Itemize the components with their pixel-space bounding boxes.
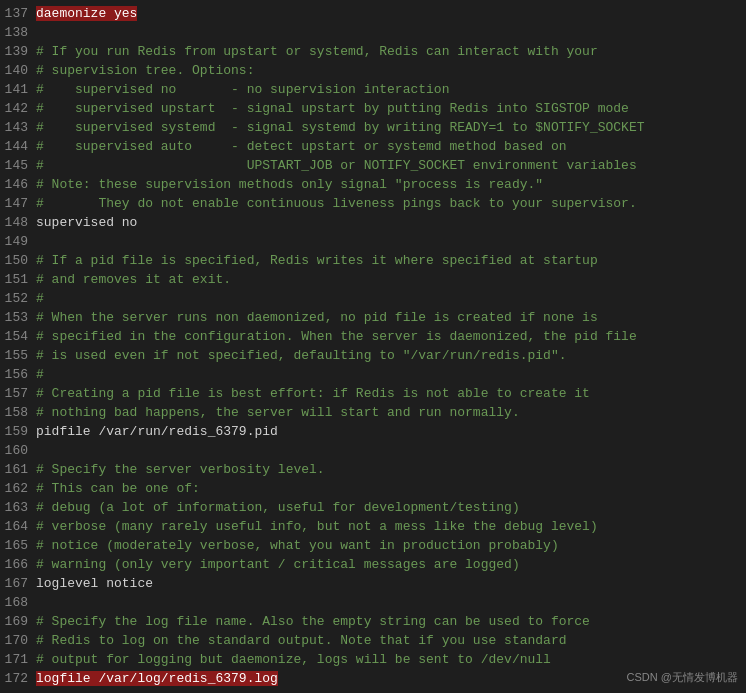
- line-content: # nothing bad happens, the server will s…: [36, 403, 746, 422]
- line-content: # is used even if not specified, default…: [36, 346, 746, 365]
- line-number: 146: [0, 175, 36, 194]
- line-content: #: [36, 289, 746, 308]
- line-number: 170: [0, 631, 36, 650]
- table-row: 159pidfile /var/run/redis_6379.pid: [0, 422, 746, 441]
- line-content: # Specify the server verbosity level.: [36, 460, 746, 479]
- table-row: 161# Specify the server verbosity level.: [0, 460, 746, 479]
- line-content: # specified in the configuration. When t…: [36, 327, 746, 346]
- line-number: 142: [0, 99, 36, 118]
- line-number: 162: [0, 479, 36, 498]
- line-number: 141: [0, 80, 36, 99]
- table-row: 142# supervised upstart - signal upstart…: [0, 99, 746, 118]
- line-content: loglevel notice: [36, 574, 746, 593]
- line-content: # UPSTART_JOB or NOTIFY_SOCKET environme…: [36, 156, 746, 175]
- table-row: 170# Redis to log on the standard output…: [0, 631, 746, 650]
- line-content: # If a pid file is specified, Redis writ…: [36, 251, 746, 270]
- line-number: 166: [0, 555, 36, 574]
- table-row: 162# This can be one of:: [0, 479, 746, 498]
- line-number: 163: [0, 498, 36, 517]
- line-content: # If you run Redis from upstart or syste…: [36, 42, 746, 61]
- table-row: 151# and removes it at exit.: [0, 270, 746, 289]
- line-content: #: [36, 365, 746, 384]
- line-number: 143: [0, 118, 36, 137]
- line-number: 147: [0, 194, 36, 213]
- line-content: # warning (only very important / critica…: [36, 555, 746, 574]
- code-editor: 137daemonize yes138139# If you run Redis…: [0, 0, 746, 692]
- table-row: 144# supervised auto - detect upstart or…: [0, 137, 746, 156]
- line-number: 169: [0, 612, 36, 631]
- table-row: 165# notice (moderately verbose, what yo…: [0, 536, 746, 555]
- line-number: 145: [0, 156, 36, 175]
- line-content: # debug (a lot of information, useful fo…: [36, 498, 746, 517]
- line-content: pidfile /var/run/redis_6379.pid: [36, 422, 746, 441]
- line-number: 149: [0, 232, 36, 251]
- line-number: 155: [0, 346, 36, 365]
- table-row: 153# When the server runs non daemonized…: [0, 308, 746, 327]
- line-number: 153: [0, 308, 36, 327]
- line-number: 157: [0, 384, 36, 403]
- table-row: 140# supervision tree. Options:: [0, 61, 746, 80]
- table-row: 156#: [0, 365, 746, 384]
- line-number: 152: [0, 289, 36, 308]
- table-row: 169# Specify the log file name. Also the…: [0, 612, 746, 631]
- line-number: 156: [0, 365, 36, 384]
- line-number: 144: [0, 137, 36, 156]
- line-number: 161: [0, 460, 36, 479]
- line-number: 148: [0, 213, 36, 232]
- table-row: 164# verbose (many rarely useful info, b…: [0, 517, 746, 536]
- table-row: 150# If a pid file is specified, Redis w…: [0, 251, 746, 270]
- table-row: 155# is used even if not specified, defa…: [0, 346, 746, 365]
- line-content: # supervised auto - detect upstart or sy…: [36, 137, 746, 156]
- line-number: 160: [0, 441, 36, 460]
- highlighted-code-2: logfile /var/log/redis_6379.log: [36, 671, 278, 686]
- line-content: # When the server runs non daemonized, n…: [36, 308, 746, 327]
- table-row: 138: [0, 23, 746, 42]
- table-row: 166# warning (only very important / crit…: [0, 555, 746, 574]
- table-row: 157# Creating a pid file is best effort:…: [0, 384, 746, 403]
- line-content: # output for logging but daemonize, logs…: [36, 650, 746, 669]
- watermark-text: CSDN @无情发博机器: [627, 670, 738, 685]
- table-row: 145# UPSTART_JOB or NOTIFY_SOCKET enviro…: [0, 156, 746, 175]
- line-content: # verbose (many rarely useful info, but …: [36, 517, 746, 536]
- table-row: 137daemonize yes: [0, 4, 746, 23]
- table-row: 147# They do not enable continuous liven…: [0, 194, 746, 213]
- line-number: 151: [0, 270, 36, 289]
- line-number: 138: [0, 23, 36, 42]
- table-row: 168: [0, 593, 746, 612]
- table-row: 154# specified in the configuration. Whe…: [0, 327, 746, 346]
- line-number: 137: [0, 4, 36, 23]
- line-content: [36, 441, 746, 460]
- line-content: [36, 23, 746, 42]
- line-content: # notice (moderately verbose, what you w…: [36, 536, 746, 555]
- highlighted-code: daemonize yes: [36, 6, 137, 21]
- table-row: 167loglevel notice: [0, 574, 746, 593]
- table-row: 146# Note: these supervision methods onl…: [0, 175, 746, 194]
- line-content: # This can be one of:: [36, 479, 746, 498]
- line-content: # supervised no - no supervision interac…: [36, 80, 746, 99]
- line-number: 164: [0, 517, 36, 536]
- table-row: 163# debug (a lot of information, useful…: [0, 498, 746, 517]
- line-number: 150: [0, 251, 36, 270]
- line-content: supervised no: [36, 213, 746, 232]
- line-number: 167: [0, 574, 36, 593]
- table-row: 160: [0, 441, 746, 460]
- line-number: 172: [0, 669, 36, 688]
- line-number: 139: [0, 42, 36, 61]
- line-number: 140: [0, 61, 36, 80]
- line-content: # Redis to log on the standard output. N…: [36, 631, 746, 650]
- line-number: 171: [0, 650, 36, 669]
- line-content: daemonize yes: [36, 4, 746, 23]
- line-content: [36, 232, 746, 251]
- line-number: 159: [0, 422, 36, 441]
- table-row: 152#: [0, 289, 746, 308]
- line-content: [36, 593, 746, 612]
- line-number: 158: [0, 403, 36, 422]
- line-content: # supervision tree. Options:: [36, 61, 746, 80]
- line-number: 154: [0, 327, 36, 346]
- table-row: 141# supervised no - no supervision inte…: [0, 80, 746, 99]
- line-content: # Note: these supervision methods only s…: [36, 175, 746, 194]
- table-row: 158# nothing bad happens, the server wil…: [0, 403, 746, 422]
- line-number: 165: [0, 536, 36, 555]
- line-number: 168: [0, 593, 36, 612]
- table-row: 149: [0, 232, 746, 251]
